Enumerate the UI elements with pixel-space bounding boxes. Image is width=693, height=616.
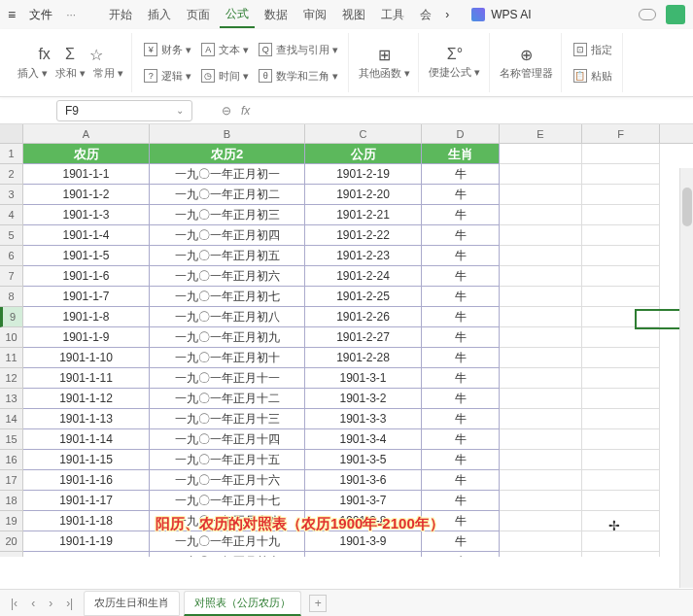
- cell[interactable]: [582, 368, 660, 389]
- cell[interactable]: [582, 164, 660, 185]
- cell[interactable]: 1901-1-17: [23, 491, 150, 511]
- cell[interactable]: 一九〇一年正月初二: [150, 185, 305, 205]
- row-header[interactable]: 15: [0, 429, 23, 450]
- cell[interactable]: 一九〇一年正月十三: [150, 409, 305, 429]
- cell[interactable]: 1901-2-22: [305, 225, 422, 246]
- row-header[interactable]: 21: [0, 552, 23, 557]
- row-header[interactable]: 19: [0, 511, 23, 531]
- cell[interactable]: 一九〇一年正月初八: [150, 307, 305, 327]
- sheet-nav-first[interactable]: |‹: [8, 597, 20, 610]
- tabs-scroll-right[interactable]: ›: [445, 8, 449, 21]
- ribbon-tab-4[interactable]: 数据: [259, 3, 294, 27]
- ribbon-label[interactable]: 常用 ▾: [93, 66, 123, 81]
- cell[interactable]: 牛: [422, 205, 500, 225]
- cell[interactable]: 牛: [422, 389, 500, 409]
- cell[interactable]: 一九〇一年正月初五: [150, 246, 305, 266]
- sheet-nav-last[interactable]: ›|: [63, 597, 76, 610]
- cell[interactable]: 1901-1-13: [23, 409, 150, 429]
- cell[interactable]: 1901-1-10: [23, 348, 150, 368]
- cell[interactable]: 1901-1-11: [23, 368, 150, 389]
- cell[interactable]: [582, 450, 660, 470]
- row-header[interactable]: 8: [0, 287, 23, 307]
- row-header[interactable]: 1: [0, 144, 23, 164]
- row-header[interactable]: 10: [0, 327, 23, 348]
- user-avatar[interactable]: [666, 5, 685, 24]
- cell[interactable]: [500, 450, 582, 470]
- cell[interactable]: 牛: [422, 531, 500, 552]
- cell[interactable]: [582, 307, 660, 327]
- cell[interactable]: [582, 205, 660, 225]
- cell[interactable]: [500, 205, 582, 225]
- table-header[interactable]: 农历: [23, 144, 150, 164]
- select-all-corner[interactable]: [0, 124, 23, 143]
- cell[interactable]: 一九〇一年正月初三: [150, 205, 305, 225]
- cell[interactable]: [500, 246, 582, 266]
- cell[interactable]: [500, 409, 582, 429]
- vertical-scrollbar[interactable]: [679, 168, 693, 588]
- cell[interactable]: 一九〇一年正月初一: [150, 164, 305, 185]
- cell[interactable]: [582, 429, 660, 450]
- cell[interactable]: 1901-1-15: [23, 450, 150, 470]
- ribbon-item[interactable]: θ数学和三角 ▾: [259, 66, 338, 86]
- spreadsheet-grid[interactable]: A B C D E F 1农历农历2公历生肖21901-1-1一九〇一年正月初一…: [0, 124, 693, 557]
- cell[interactable]: [582, 225, 660, 246]
- ribbon-group-names[interactable]: ⊕ 名称管理器: [492, 33, 562, 92]
- cell[interactable]: 1901-2-19: [305, 164, 422, 185]
- col-header-a[interactable]: A: [23, 124, 150, 143]
- cell[interactable]: [582, 327, 660, 348]
- cell[interactable]: 牛: [422, 307, 500, 327]
- file-menu[interactable]: 文件: [23, 5, 58, 25]
- cell[interactable]: [582, 409, 660, 429]
- ribbon-group-other[interactable]: ⊞ 其他函数 ▾: [351, 33, 419, 92]
- cell[interactable]: 牛: [422, 409, 500, 429]
- cell[interactable]: 牛: [422, 287, 500, 307]
- cell[interactable]: [500, 531, 582, 552]
- cell[interactable]: 一九〇一年正月初九: [150, 327, 305, 348]
- cell[interactable]: 牛: [422, 552, 500, 557]
- row-header[interactable]: 18: [0, 491, 23, 511]
- cell[interactable]: 1901-1-3: [23, 205, 150, 225]
- cell[interactable]: 1901-1-14: [23, 429, 150, 450]
- cell[interactable]: 牛: [422, 266, 500, 287]
- row-header[interactable]: 16: [0, 450, 23, 470]
- table-header[interactable]: 生肖: [422, 144, 500, 164]
- cell[interactable]: 1901-2-26: [305, 307, 422, 327]
- name-box[interactable]: F9 ⌄: [56, 100, 192, 121]
- row-header[interactable]: 17: [0, 470, 23, 491]
- ribbon-tab-5[interactable]: 审阅: [297, 3, 332, 27]
- cell[interactable]: [500, 511, 582, 531]
- menu-icon[interactable]: ≡: [8, 7, 16, 22]
- cell[interactable]: [582, 470, 660, 491]
- row-header[interactable]: 5: [0, 225, 23, 246]
- table-header[interactable]: 公历: [305, 144, 422, 164]
- ribbon-label[interactable]: 求和 ▾: [55, 66, 86, 81]
- cell[interactable]: [582, 287, 660, 307]
- cell[interactable]: 1901-3-1: [305, 368, 422, 389]
- sheet-nav-prev[interactable]: ‹: [28, 597, 38, 610]
- cell[interactable]: [500, 164, 582, 185]
- cell[interactable]: 1901-2-25: [305, 287, 422, 307]
- cell[interactable]: [582, 531, 660, 552]
- col-header-b[interactable]: B: [150, 124, 305, 143]
- cell[interactable]: 一九〇一年正月十四: [150, 429, 305, 450]
- col-header-d[interactable]: D: [422, 124, 500, 143]
- cell[interactable]: 1901-3-9: [305, 531, 422, 552]
- cell[interactable]: 一九〇一年正月初十: [150, 348, 305, 368]
- table-header[interactable]: 农历2: [150, 144, 305, 164]
- cell[interactable]: 1901-2-27: [305, 327, 422, 348]
- fx-icon[interactable]: fx: [241, 104, 250, 118]
- cell[interactable]: 一九〇一年正月十九: [150, 531, 305, 552]
- ribbon-tab-1[interactable]: 插入: [142, 3, 177, 27]
- paste-button[interactable]: 📋粘贴: [573, 66, 612, 86]
- row-header[interactable]: 4: [0, 205, 23, 225]
- cell[interactable]: [500, 307, 582, 327]
- cell[interactable]: 牛: [422, 450, 500, 470]
- assign-button[interactable]: ⊡指定: [573, 40, 612, 60]
- ribbon-tab-8[interactable]: 会: [414, 3, 437, 27]
- ribbon-item[interactable]: ¥财务 ▾: [144, 40, 191, 60]
- cell[interactable]: 一九〇一年正月十一: [150, 368, 305, 389]
- cell[interactable]: [500, 144, 582, 164]
- cell[interactable]: 1901-3-6: [305, 470, 422, 491]
- cell[interactable]: [582, 389, 660, 409]
- cell[interactable]: 牛: [422, 225, 500, 246]
